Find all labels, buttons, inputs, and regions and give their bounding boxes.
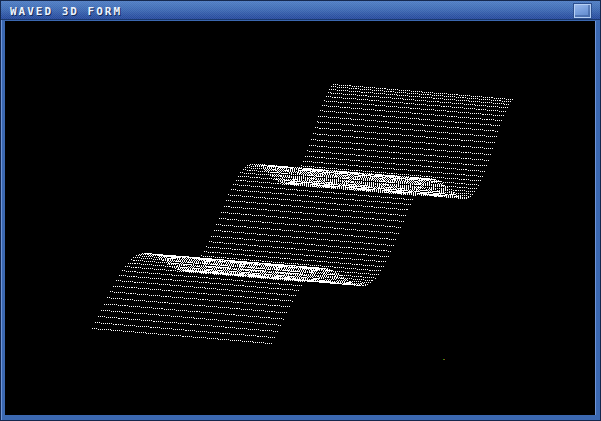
window-border-highlight bbox=[1, 1, 2, 420]
titlebar[interactable]: WAVED 3D FORM bbox=[1, 1, 600, 20]
window-title: WAVED 3D FORM bbox=[10, 5, 122, 18]
plot-area bbox=[5, 21, 595, 415]
wave-dot-canvas bbox=[5, 21, 595, 415]
titlebar-button[interactable] bbox=[574, 4, 591, 18]
app-window: WAVED 3D FORM bbox=[0, 0, 601, 421]
